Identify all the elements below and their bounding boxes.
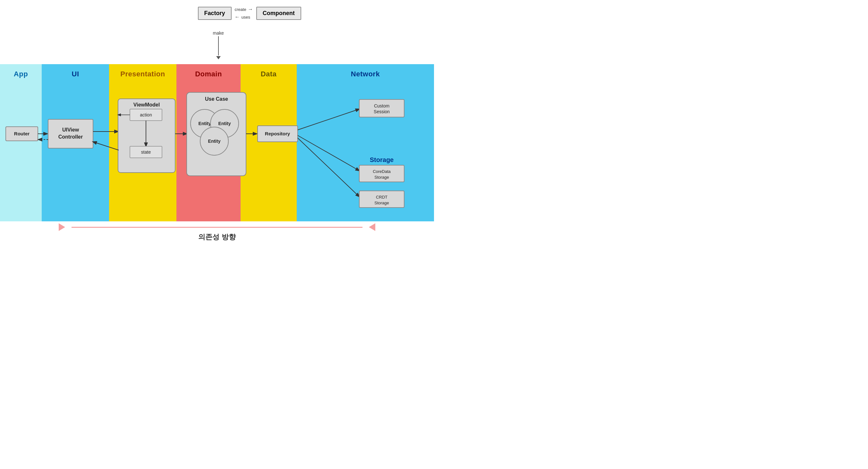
bottom-section: 의존성 방향 (0, 221, 434, 244)
domain-title: Domain (195, 70, 222, 78)
layer-app: App (0, 64, 42, 221)
component-box: Component (256, 7, 301, 20)
dependency-text: 의존성 방향 (198, 232, 236, 242)
factory-box: Factory (198, 7, 231, 20)
main-diagram: App UI Presentation Domain Data Network … (0, 64, 434, 221)
dependency-container: 의존성 방향 (0, 223, 434, 242)
uses-label: uses (235, 14, 250, 20)
layer-network: Network (297, 64, 434, 221)
dependency-arrows (59, 223, 375, 231)
factory-component-area: Factory create uses Component (198, 6, 301, 20)
layer-ui: UI (42, 64, 109, 221)
make-arrowhead (216, 56, 221, 59)
dep-arrow-right (59, 223, 65, 231)
presentation-title: Presentation (120, 70, 165, 78)
make-vertical-line (218, 36, 219, 56)
top-section: Factory create uses Component make (0, 0, 434, 64)
layer-data: Data (241, 64, 297, 221)
create-label: create (235, 6, 253, 12)
network-title: Network (351, 70, 380, 78)
ui-title: UI (72, 70, 79, 78)
app-title: App (14, 70, 28, 78)
layer-domain: Domain (177, 64, 241, 221)
make-arrow: make (213, 30, 224, 59)
data-title: Data (261, 70, 277, 78)
dep-line (71, 227, 362, 228)
layer-presentation: Presentation (109, 64, 177, 221)
dep-arrow-left (369, 223, 375, 231)
factory-arrows: create uses (235, 6, 253, 20)
